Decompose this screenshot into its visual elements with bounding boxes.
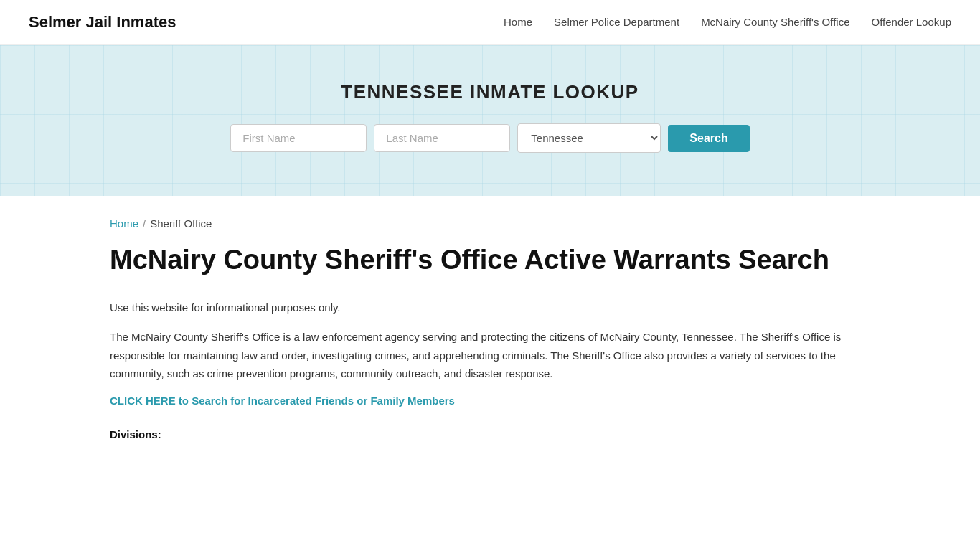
breadcrumb-separator: / xyxy=(143,217,146,230)
main-nav: Home Selmer Police Department McNairy Co… xyxy=(504,16,951,29)
search-button[interactable]: Search xyxy=(668,125,749,152)
body-text-2: The McNairy County Sheriff's Office is a… xyxy=(110,328,870,383)
nav-home[interactable]: Home xyxy=(504,16,532,28)
breadcrumb-current: Sheriff Office xyxy=(150,217,212,230)
cta-search-link[interactable]: CLICK HERE to Search for Incarcerated Fr… xyxy=(110,395,455,407)
page-title: McNairy County Sheriff's Office Active W… xyxy=(110,244,870,277)
divisions-label: Divisions: xyxy=(110,428,870,441)
nav-sheriff-office[interactable]: McNairy County Sheriff's Office xyxy=(701,16,849,28)
inmate-search-form: Tennessee Alabama Mississippi Georgia Ke… xyxy=(14,123,966,153)
breadcrumb-home[interactable]: Home xyxy=(110,217,138,230)
site-header: Selmer Jail Inmates Home Selmer Police D… xyxy=(0,0,980,45)
hero-title: TENNESSEE INMATE LOOKUP xyxy=(14,81,966,103)
breadcrumb: Home / Sheriff Office xyxy=(110,217,870,230)
state-select[interactable]: Tennessee Alabama Mississippi Georgia Ke… xyxy=(517,123,661,153)
nav-police-dept[interactable]: Selmer Police Department xyxy=(554,16,679,28)
nav-offender-lookup[interactable]: Offender Lookup xyxy=(872,16,951,28)
site-logo[interactable]: Selmer Jail Inmates xyxy=(29,13,176,32)
hero-section: TENNESSEE INMATE LOOKUP Tennessee Alabam… xyxy=(0,45,980,196)
main-content: Home / Sheriff Office McNairy County She… xyxy=(81,196,899,484)
last-name-input[interactable] xyxy=(374,124,510,152)
body-text-1: Use this website for informational purpo… xyxy=(110,298,870,317)
first-name-input[interactable] xyxy=(230,124,367,152)
